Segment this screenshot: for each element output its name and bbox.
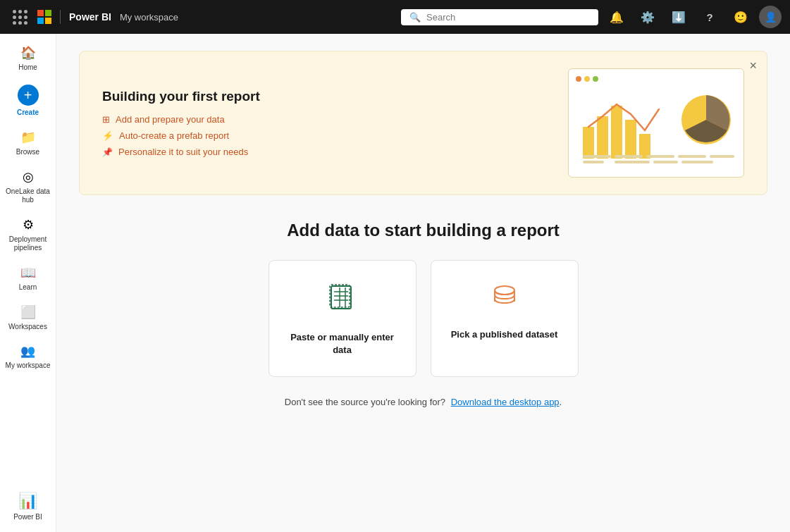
svg-rect-8 bbox=[646, 155, 674, 158]
svg-rect-6 bbox=[583, 155, 611, 158]
sidebar-item-label: Home bbox=[18, 63, 37, 72]
workspaces-icon: ⬜ bbox=[20, 304, 36, 320]
banner: × Building your first report ⊞ Add and p… bbox=[79, 51, 767, 195]
sidebar-item-create[interactable]: + Create bbox=[3, 79, 54, 123]
sidebar-item-label: Workspaces bbox=[8, 323, 47, 331]
brand-name: Power BI bbox=[69, 11, 111, 23]
svg-rect-12 bbox=[615, 161, 650, 163]
sidebar: 🏠 Home + Create 📁 Browse ◎ OneLake data … bbox=[0, 34, 56, 532]
search-icon: 🔍 bbox=[409, 12, 421, 23]
myworkspace-icon: 👥 bbox=[20, 344, 35, 359]
notifications-button[interactable]: 🔔 bbox=[604, 4, 629, 30]
sidebar-item-label: Learn bbox=[19, 283, 37, 292]
home-icon: 🏠 bbox=[20, 45, 36, 61]
svg-rect-15 bbox=[331, 286, 351, 309]
download-desktop-link[interactable]: Download the desktop app bbox=[451, 397, 560, 407]
sidebar-item-myworkspace[interactable]: 👥 My workspace bbox=[3, 338, 54, 376]
footer-text: Don't see the source you're looking for?… bbox=[79, 397, 767, 407]
svg-rect-1 bbox=[597, 116, 608, 159]
feedback-button[interactable]: 🙂 bbox=[728, 4, 753, 30]
svg-rect-3 bbox=[625, 120, 636, 159]
browse-icon: 📁 bbox=[20, 130, 36, 145]
svg-rect-13 bbox=[653, 161, 678, 163]
sidebar-item-workspaces[interactable]: ⬜ Workspaces bbox=[3, 299, 54, 337]
learn-icon: 📖 bbox=[20, 265, 36, 280]
table-icon: ⊞ bbox=[102, 114, 110, 125]
svg-rect-14 bbox=[681, 161, 713, 163]
onelake-icon: ◎ bbox=[23, 169, 34, 185]
svg-rect-4 bbox=[639, 134, 650, 159]
sidebar-item-deployment[interactable]: ⚙ Deployment pipelines bbox=[3, 211, 54, 258]
banner-text: Building your first report ⊞ Add and pre… bbox=[102, 89, 260, 157]
paste-data-card[interactable]: Paste or manually enter data bbox=[269, 260, 416, 377]
deployment-icon: ⚙ bbox=[23, 217, 34, 233]
paste-data-icon bbox=[326, 280, 359, 320]
sidebar-item-onelake[interactable]: ◎ OneLake data hub bbox=[3, 163, 54, 210]
svg-rect-7 bbox=[615, 155, 643, 158]
search-bar[interactable]: 🔍 bbox=[401, 9, 598, 25]
banner-step-2: ⚡ Auto-create a prefab report bbox=[102, 130, 260, 141]
add-data-section: Add data to start building a report bbox=[79, 221, 767, 407]
banner-chart-illustration bbox=[568, 68, 744, 178]
sidebar-item-home[interactable]: 🏠 Home bbox=[3, 39, 54, 78]
sidebar-item-browse[interactable]: 📁 Browse bbox=[3, 124, 54, 162]
sidebar-powerbi[interactable]: 📊 Power BI bbox=[11, 486, 45, 526]
banner-close-button[interactable]: × bbox=[749, 58, 757, 73]
svg-rect-2 bbox=[611, 106, 622, 159]
sidebar-item-label: Deployment pipelines bbox=[6, 235, 51, 252]
sidebar-item-label: OneLake data hub bbox=[6, 187, 51, 204]
dataset-card[interactable]: Pick a published dataset bbox=[431, 260, 579, 377]
bolt-icon: ⚡ bbox=[102, 130, 113, 141]
sidebar-item-label: Create bbox=[17, 109, 39, 117]
paste-data-label: Paste or manually enter data bbox=[280, 331, 405, 357]
microsoft-logo[interactable] bbox=[37, 10, 51, 24]
sidebar-item-label: Power BI bbox=[13, 513, 42, 521]
banner-title: Building your first report bbox=[102, 89, 260, 104]
banner-step-1: ⊞ Add and prepare your data bbox=[102, 114, 260, 125]
dataset-icon bbox=[488, 280, 521, 317]
sidebar-item-learn[interactable]: 📖 Learn bbox=[3, 259, 54, 297]
sidebar-item-label: My workspace bbox=[6, 361, 51, 370]
data-cards-container: Paste or manually enter data bbox=[79, 260, 767, 377]
add-data-title: Add data to start building a report bbox=[79, 221, 767, 240]
apps-menu-button[interactable] bbox=[8, 6, 32, 29]
sidebar-item-label: Browse bbox=[16, 148, 39, 156]
svg-rect-11 bbox=[583, 161, 604, 163]
dataset-label: Pick a published dataset bbox=[451, 328, 558, 341]
svg-rect-10 bbox=[710, 155, 734, 158]
svg-rect-9 bbox=[678, 155, 706, 158]
profile-button[interactable]: 👤 bbox=[759, 6, 782, 28]
powerbi-icon: 📊 bbox=[18, 492, 37, 510]
settings-button[interactable]: ⚙️ bbox=[635, 4, 660, 30]
main-content: × Building your first report ⊞ Add and p… bbox=[56, 34, 790, 532]
download-button[interactable]: ⬇️ bbox=[666, 4, 691, 30]
workspace-label: My workspace bbox=[120, 12, 178, 23]
banner-step-3: 📌 Personalize it to suit your needs bbox=[102, 147, 260, 157]
create-icon: + bbox=[18, 85, 39, 106]
top-nav: Power BI My workspace 🔍 🔔 ⚙️ ⬇️ ? 🙂 👤 bbox=[0, 0, 790, 34]
search-input[interactable] bbox=[426, 12, 590, 23]
svg-rect-0 bbox=[583, 127, 594, 159]
pin-icon: 📌 bbox=[102, 147, 113, 157]
help-button[interactable]: ? bbox=[697, 4, 722, 30]
